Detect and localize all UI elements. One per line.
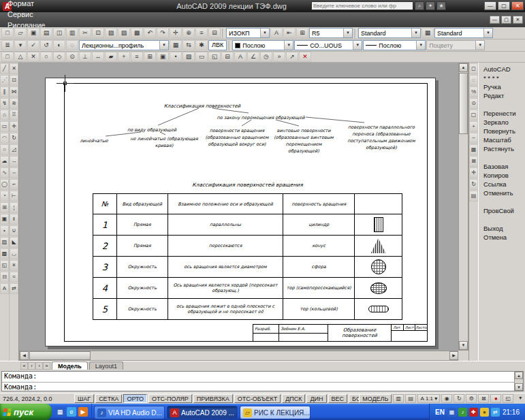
screen-menu-item[interactable] [483,197,525,206]
erase-icon[interactable]: ✕ [10,63,18,74]
screen-menu-item[interactable]: Редакт [483,91,525,100]
zoom-dynamic-icon[interactable]: ◌ [469,75,478,86]
insert-block-icon[interactable]: ⊞ [144,52,156,62]
dim-radius-icon[interactable]: ◷ [260,52,272,62]
zoom-object-icon[interactable]: ▢ [469,110,478,120]
quick-view-layouts-icon[interactable]: ▥ [393,394,404,403]
screen-menu-item[interactable]: AutoCAD [483,65,525,74]
screen-menu-item[interactable]: Копиров [483,171,525,180]
zoom-realtime-icon[interactable]: ⊕ [182,28,195,38]
dim-style-icon[interactable]: ⇤ [283,28,296,38]
offset-icon[interactable]: ≋ [10,98,18,109]
snap-endpoint-icon[interactable]: □ [1,52,14,62]
screen-menu-item[interactable]: Базовая [483,162,525,171]
redo-icon[interactable]: ↷ [157,28,169,38]
break-at-point-icon[interactable]: ¦ [10,202,18,213]
explode-icon[interactable]: ✳ [10,260,18,271]
vertical-scrollbar[interactable]: ▲ ▼ [458,63,468,351]
favorites-icon[interactable]: ★ [436,1,446,10]
named-views-icon[interactable]: ▤ [469,191,478,201]
properties-icon[interactable]: ≡ [195,28,208,38]
taskbar-task-autocad[interactable]: A AutoCAD 2009 ... [167,406,238,419]
horizontal-scrollbar[interactable]: ◀ ▶ [19,351,459,361]
paste-icon[interactable]: ▧ [105,28,117,38]
rectangle-icon[interactable]: ▭ [0,121,9,132]
quick-view-drawings-icon[interactable]: ▤ [405,394,416,403]
area-icon[interactable]: ▰ [105,52,117,62]
make-block-icon[interactable]: ▣ [157,52,169,62]
tray-update-icon[interactable]: ● [480,408,489,417]
revision-combo[interactable]: R5▼ [309,28,353,38]
language-indicator[interactable]: EN [435,408,445,416]
scroll-down-icon[interactable]: ▼ [459,341,468,350]
chamfer-icon[interactable]: ◣ [10,237,18,248]
annotation-autoscale-icon[interactable]: ↻ [454,394,464,403]
dim-continue-icon[interactable]: » [273,52,285,62]
region-icon[interactable]: ◱ [0,260,9,271]
layer-walk-icon[interactable]: ⇆ [182,40,195,50]
workspace-switch-icon[interactable]: ⚙ [466,394,477,403]
array-icon[interactable]: ⠿ [10,110,18,120]
screen-menu-item[interactable]: Зеркало [483,118,525,127]
table-style-combo[interactable]: Standard▼ [358,28,421,38]
block-editor-icon[interactable]: ▩ [131,28,143,38]
revision-cloud-icon[interactable]: ☁ [0,156,9,167]
annotation-visibility-icon[interactable]: ◉ [441,394,452,403]
fillet-icon[interactable]: ◡ [10,248,18,259]
cut-icon[interactable]: ✂ [79,28,91,38]
menu-item[interactable]: Формат [3,0,64,9]
maximize-button[interactable]: ▢ [498,1,510,10]
copy-clip-icon[interactable]: ⊡ [92,28,104,38]
dim-aligned-icon[interactable]: ↗ [286,52,298,62]
circle-icon[interactable]: ○ [0,144,9,155]
annotation-scale-button[interactable]: А 1:1 ▾ [417,394,440,403]
toolbar-lock-icon[interactable]: ⊠ [478,394,489,403]
save-icon[interactable]: ▣ [27,28,39,38]
close-button[interactable]: ✕ [511,1,524,10]
screen-menu-item[interactable]: ПровСвой [483,206,525,215]
search-icon[interactable]: ⌕ [415,1,424,10]
scroll-left-icon[interactable]: ◀ [20,351,29,360]
scroll-up-icon[interactable]: ▲ [515,372,523,379]
clean-screen-icon[interactable]: ◱ [503,394,513,403]
pan-icon[interactable]: ✛ [170,28,182,38]
publish-icon[interactable]: ▥ [66,28,78,38]
scroll-down-icon[interactable]: ▼ [515,383,523,391]
text-style-combo[interactable]: Standard▼ [434,28,493,38]
minimize-button[interactable]: — [484,1,496,10]
polyline-icon[interactable]: ↯ [0,98,9,109]
tab-model[interactable]: Модель [52,361,88,370]
hatch-icon[interactable]: ▨ [182,52,195,62]
rotate-icon[interactable]: ↻ [10,133,18,144]
qnew-icon[interactable]: □ [1,28,14,38]
insert-block-icon[interactable]: ⊞ [0,202,9,213]
copy-icon[interactable]: ⊡ [10,75,18,86]
table-style-icon[interactable]: ⊞ [296,28,308,38]
snap-midpoint-icon[interactable]: △ [14,52,27,62]
polygon-icon[interactable]: ⌂ [0,110,9,120]
quick-launch-browser-icon[interactable]: e [67,407,76,417]
mirror-icon[interactable]: ⋈ [10,86,18,97]
snap-intersection-icon[interactable]: ✕ [27,52,39,62]
table-icon[interactable]: ⊟ [0,272,9,282]
taskbar-task-via-audio[interactable]: ♪ VIA HD Audio D... [94,406,165,419]
scale-icon[interactable]: ◿ [10,144,18,155]
dimstyle-combo[interactable]: ИЗОКП▼ [226,28,270,38]
construction-line-icon[interactable]: ⋰ [0,75,9,86]
open-icon[interactable]: ▱ [14,28,27,38]
designcenter-icon[interactable]: ⊟ [208,28,221,38]
trim-icon[interactable]: ⌐ [10,179,18,190]
toggle-ortho[interactable]: ОРТО [123,394,147,403]
command-scrollbar[interactable]: ▲ ▼ [514,372,523,391]
tray-audio-icon[interactable]: ♪ [458,408,467,417]
scrollbar-thumb[interactable] [29,351,91,360]
dist-icon[interactable]: ↔ [92,52,104,62]
break-icon[interactable]: ‖ [10,214,18,225]
line-icon[interactable]: ╱ [0,63,9,74]
toolbar-close-icon[interactable]: ✕ [299,52,311,62]
move-icon[interactable]: ✛ [10,121,18,132]
menu-item[interactable]: Сервис [3,9,64,20]
hatch-icon[interactable]: ▨ [0,237,9,248]
linetype-combo[interactable]: СО...UOUS▼ [294,40,362,50]
make-block-icon[interactable]: ▣ [0,214,9,225]
